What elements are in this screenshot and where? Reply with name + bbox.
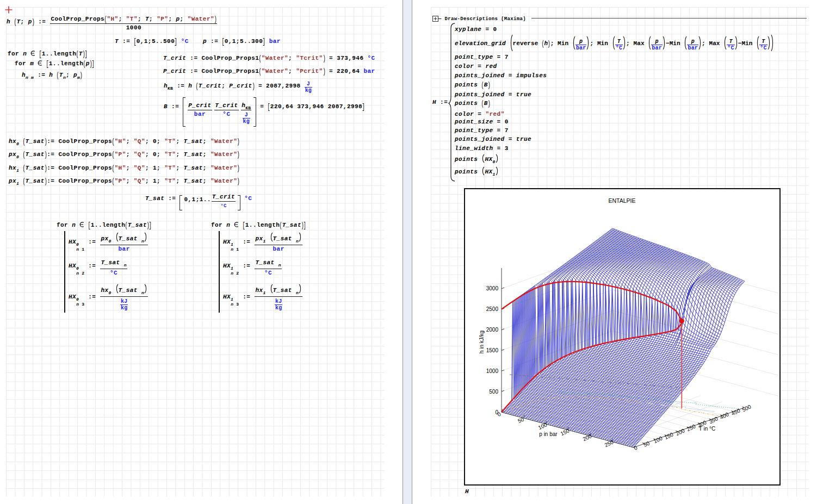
svg-text:450: 450 [731,407,741,416]
svg-text:h in kJ/kg: h in kJ/kg [479,331,485,353]
svg-text:1500: 1500 [486,347,499,353]
svg-text:T in °C: T in °C [699,426,716,432]
svg-text:3000: 3000 [486,285,499,291]
svg-text:2000: 2000 [486,327,499,333]
svg-text:p in bar: p in bar [539,431,558,437]
svg-text:1000: 1000 [486,368,499,374]
svg-text:50: 50 [642,440,651,448]
svg-text:0: 0 [497,410,502,418]
svg-text:ENTALPIE: ENTALPIE [609,197,636,204]
svg-text:400: 400 [719,411,730,420]
svg-text:150: 150 [664,431,674,440]
svg-text:350: 350 [708,415,719,425]
svg-text:500: 500 [489,389,498,395]
svg-text:500: 500 [741,403,752,413]
svg-text:200: 200 [675,427,686,437]
svg-text:0: 0 [633,444,639,451]
svg-text:250: 250 [686,423,697,432]
svg-text:2500: 2500 [486,306,499,312]
svg-text:100: 100 [653,435,664,444]
